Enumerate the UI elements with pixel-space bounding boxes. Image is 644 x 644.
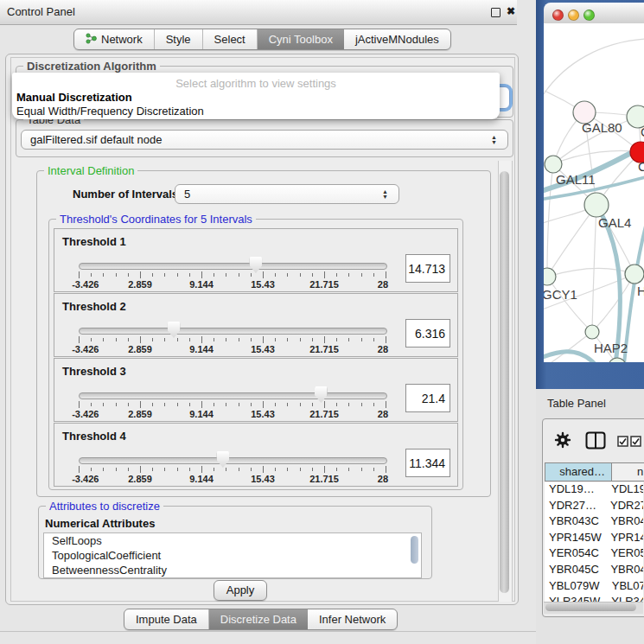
tab-network[interactable]: Network <box>74 29 155 49</box>
tab-cyni-toolbox[interactable]: Cyni Toolbox <box>258 29 344 49</box>
algorithm-dropdown-popup: Select algorithm to view settings Manual… <box>12 73 500 119</box>
threshold-1-slider[interactable]: -3.4262.8599.14415.4321.71528 <box>79 229 386 291</box>
cell-shared-name[interactable]: YDL19… <box>545 482 608 499</box>
network-node-gal4[interactable] <box>584 193 609 217</box>
attributes-group-title: Attributes to discretize <box>46 500 163 513</box>
close-traffic-light[interactable] <box>552 10 564 21</box>
table-data-value: galFiltered.sif default node <box>30 133 162 146</box>
tab-style[interactable]: Style <box>155 29 203 49</box>
minimize-traffic-light[interactable] <box>568 10 579 21</box>
slider-scale-label: 9.144 <box>189 344 214 354</box>
network-edge[interactable] <box>547 269 634 277</box>
slider-scale-label: 15.43 <box>251 279 275 290</box>
algorithm-placeholder: Select algorithm to view settings <box>12 77 500 90</box>
numerical-attributes-label: Numerical Attributes <box>45 517 155 530</box>
network-node-label: GAL11 <box>556 172 596 187</box>
cell-name[interactable]: YPR14 <box>607 531 643 547</box>
table-row[interactable]: YPR145WYPR14 <box>545 531 643 547</box>
attribute-list-item[interactable]: BetweennessCentrality <box>44 563 421 577</box>
threshold-2-slider[interactable]: -3.4262.8599.14415.4321.71528 <box>79 294 386 356</box>
network-edge-highlighted[interactable] <box>544 352 595 362</box>
threshold-3-value-field[interactable]: 21.4 <box>405 384 450 412</box>
column-header-shared-name[interactable]: shared… <box>545 462 612 481</box>
number-of-intervals-combobox[interactable]: 5 ▲▼ <box>175 184 399 204</box>
cell-name[interactable]: YDR27 <box>607 499 643 515</box>
network-node-hap2[interactable] <box>585 325 599 339</box>
control-panel-title: Control Panel <box>7 0 75 24</box>
threshold-4-value-field[interactable]: 11.344 <box>405 449 450 477</box>
apply-button[interactable]: Apply <box>214 580 267 601</box>
panel-scrollbar-thumb[interactable] <box>500 171 509 593</box>
table-data-combobox[interactable]: galFiltered.sif default node ▲▼ <box>21 130 508 150</box>
cell-shared-name[interactable]: YER054C <box>545 546 607 563</box>
attribute-list-item[interactable]: TopologicalCoefficient <box>44 548 421 563</box>
slider-track[interactable] <box>79 457 387 464</box>
slider-scale-label: 15.43 <box>251 409 275 419</box>
threshold-4-slider[interactable]: -3.4262.8599.14415.4321.71528 <box>79 424 386 486</box>
checkbox-icon[interactable] <box>630 435 641 450</box>
table-hscrollbar-thumb[interactable] <box>545 603 636 611</box>
float-window-icon[interactable] <box>491 8 501 17</box>
node-table[interactable]: YDL19…YDL19YDR27…YDR27YBR043CYBR04YPR145… <box>545 482 643 614</box>
tab-label: Select <box>214 33 245 46</box>
column-header-name[interactable]: n <box>612 462 644 481</box>
tab-label: Cyni Toolbox <box>269 33 333 46</box>
cell-name[interactable]: YBR04 <box>607 563 643 579</box>
attribute-list-item[interactable]: SelfLoops <box>44 533 421 548</box>
slider-track[interactable] <box>79 328 387 335</box>
slider-scale-labels: -3.4262.8599.14415.4321.71528 <box>79 344 386 354</box>
tab-label: Impute Data <box>136 613 197 626</box>
split-columns-icon[interactable] <box>585 431 606 453</box>
table-row[interactable]: YDR27…YDR27 <box>545 499 643 515</box>
cell-shared-name[interactable]: YBR043C <box>545 514 607 531</box>
cell-name[interactable]: YER05 <box>607 546 643 563</box>
cell-name[interactable]: YBR04 <box>607 514 643 531</box>
tab-discretize-data[interactable]: Discretize Data <box>209 609 308 629</box>
dropdown-option-manual-discretization[interactable]: Manual Discretization <box>16 91 132 104</box>
slider-track[interactable] <box>79 392 387 399</box>
network-node-label: HAP2 <box>594 341 628 355</box>
network-node-gal11[interactable] <box>545 156 562 173</box>
network-edge[interactable] <box>547 205 596 277</box>
table-row[interactable]: YER054CYER05 <box>545 546 643 563</box>
dropdown-option-equal-width-frequency[interactable]: Equal Width/Frequency Discretization <box>16 105 204 118</box>
slider-scale-label: 21.715 <box>309 409 339 419</box>
network-canvas[interactable]: GAL80GCGAL11GAL4GCY1HHAP2 <box>544 23 644 362</box>
table-panel-title: Table Panel <box>547 397 606 410</box>
tab-label: Network <box>101 33 143 46</box>
slider-track[interactable] <box>79 263 387 270</box>
network-window-titlebar[interactable] <box>544 3 644 24</box>
table-row[interactable]: YBR043CYBR04 <box>545 514 643 531</box>
close-icon[interactable]: ✖ <box>507 5 515 17</box>
cell-name[interactable]: YBL07 <box>609 579 643 596</box>
interval-definition-group-title: Interval Definition <box>44 164 137 177</box>
list-scrollbar[interactable] <box>411 536 418 564</box>
cell-shared-name[interactable]: YBR045C <box>545 563 607 579</box>
network-edge[interactable] <box>544 39 644 104</box>
tab-jactivemnodules[interactable]: jActiveMNodules <box>344 29 450 49</box>
table-row[interactable]: YBR045CYBR04 <box>545 563 643 579</box>
zoom-traffic-light[interactable] <box>583 10 595 21</box>
threshold-3-slider[interactable]: -3.4262.8599.14415.4321.71528 <box>79 359 386 421</box>
slider-scale-label: -3.426 <box>72 409 99 419</box>
network-node-h[interactable] <box>625 265 644 284</box>
table-row[interactable]: YBL079WYBL07 <box>545 579 643 596</box>
tab-impute-data[interactable]: Impute Data <box>124 609 209 629</box>
network-node-gcy1[interactable] <box>544 268 556 285</box>
gear-icon[interactable] <box>554 431 571 452</box>
checkbox-icon[interactable] <box>617 435 628 450</box>
tab-label: Discretize Data <box>220 613 296 626</box>
threshold-2-value-field[interactable]: 6.316 <box>405 319 450 348</box>
network-edge[interactable] <box>547 277 592 332</box>
tab-infer-network[interactable]: Infer Network <box>308 609 397 629</box>
cell-name[interactable]: YDL19 <box>608 482 643 499</box>
tab-label: Style <box>166 33 191 46</box>
tab-label: Infer Network <box>319 613 386 626</box>
threshold-1-value-field[interactable]: 14.713 <box>405 254 450 283</box>
cell-shared-name[interactable]: YBL079W <box>545 579 609 596</box>
table-row[interactable]: YDL19…YDL19 <box>545 482 643 499</box>
tab-select[interactable]: Select <box>203 29 258 49</box>
numerical-attributes-list[interactable]: SelfLoopsTopologicalCoefficientBetweenne… <box>43 532 422 578</box>
cell-shared-name[interactable]: YPR145W <box>545 531 607 547</box>
cell-shared-name[interactable]: YDR27… <box>545 499 607 515</box>
